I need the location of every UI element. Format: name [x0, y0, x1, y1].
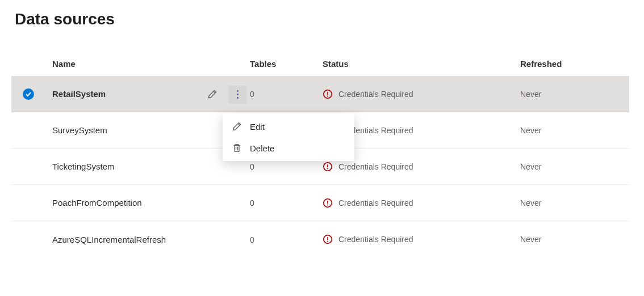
pencil-icon: [207, 89, 218, 99]
column-header-refreshed[interactable]: Refreshed: [520, 59, 629, 69]
row-tables: 0: [250, 162, 254, 171]
svg-point-14: [327, 241, 328, 242]
edit-button[interactable]: [203, 85, 221, 103]
table-row[interactable]: RetailSystem Edit: [11, 76, 629, 112]
column-header-tables[interactable]: Tables: [250, 59, 323, 69]
row-refreshed: Never: [520, 126, 541, 135]
row-name: SurveySystem: [52, 125, 107, 135]
data-sources-table: Name Tables Status Refreshed RetailSyste…: [11, 51, 629, 257]
trash-icon: [232, 143, 242, 153]
more-options-button[interactable]: [228, 86, 246, 104]
column-header-status[interactable]: Status: [323, 59, 520, 69]
row-status: Credentials Required: [338, 198, 413, 208]
row-refreshed: Never: [520, 90, 541, 99]
row-status: Credentials Required: [338, 162, 413, 171]
row-refreshed: Never: [520, 235, 541, 244]
column-header-name[interactable]: Name: [52, 59, 200, 69]
table-row[interactable]: PoachFromCompetition 0 Credentials Requi…: [11, 185, 629, 221]
svg-point-2: [327, 95, 328, 96]
warning-icon: [323, 89, 333, 99]
row-status: Credentials Required: [338, 235, 413, 244]
menu-item-label: Edit: [250, 122, 265, 132]
row-name: TicketingSystem: [52, 162, 114, 171]
row-name: PoachFromCompetition: [52, 198, 142, 208]
row-name: AzureSQLIncrementalRefresh: [52, 235, 166, 244]
pencil-icon: [232, 121, 242, 132]
row-tables: 0: [250, 90, 254, 99]
svg-point-8: [327, 168, 328, 169]
warning-icon: [323, 162, 333, 172]
row-status: Credentials Required: [338, 90, 413, 99]
warning-icon: [323, 198, 333, 208]
warning-icon: [323, 234, 333, 244]
context-menu: Edit Delete: [223, 113, 354, 161]
menu-item-label: Delete: [250, 143, 274, 153]
row-refreshed: Never: [520, 162, 541, 171]
table-header-row: Name Tables Status Refreshed: [11, 51, 629, 76]
menu-item-delete[interactable]: Delete: [223, 137, 354, 159]
checkmark-icon[interactable]: [23, 88, 34, 100]
row-name: RetailSystem: [52, 89, 106, 99]
row-tables: 0: [250, 198, 254, 208]
page-title: Data sources: [15, 10, 629, 28]
row-refreshed: Never: [520, 198, 541, 208]
row-tables: 0: [250, 235, 254, 244]
menu-item-edit[interactable]: Edit: [223, 116, 354, 137]
vertical-dots-icon: [237, 90, 239, 99]
table-row[interactable]: AzureSQLIncrementalRefresh 0 Credentials…: [11, 221, 629, 257]
svg-point-11: [327, 204, 328, 205]
